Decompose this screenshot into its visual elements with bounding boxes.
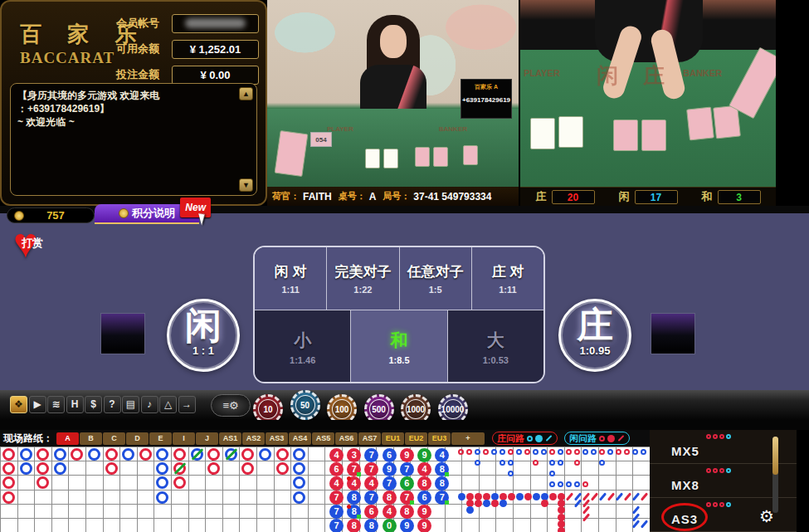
small-road-mark <box>458 493 465 500</box>
closeup-dealer-dress <box>595 0 703 62</box>
stat-value: 17 <box>635 190 678 204</box>
roadmap-tab-AS5[interactable]: AS5 <box>312 432 334 445</box>
roadmap-nav: 现场路纸： ABCDEIJAS1AS2AS3AS4AS5AS6AS7EU1EU2… <box>0 430 650 447</box>
big-eye-mark <box>574 481 580 487</box>
bead-plate-banker-result: 8 <box>417 476 431 491</box>
big-eye-mark <box>591 449 597 455</box>
bead-plate-banker-result: 8 <box>347 519 361 532</box>
player-bet-spot[interactable]: 闲 1 : 1 <box>167 299 240 372</box>
roadmap-tab-AS7[interactable]: AS7 <box>358 432 381 445</box>
player-pair-dot <box>410 500 414 505</box>
scrollbar-thumb[interactable] <box>772 437 778 475</box>
account-field-label: 可用余额 <box>116 41 168 56</box>
roadmap-tab-C[interactable]: C <box>103 432 125 445</box>
big-eye-mark <box>599 449 605 455</box>
account-field-value: ¥ 1,252.01 <box>172 40 259 59</box>
big-eye-mark <box>475 449 480 455</box>
chip-50[interactable]: 50 <box>290 390 320 420</box>
big-eye-mark <box>549 471 555 476</box>
chip-settings-button[interactable]: ≡⚙ <box>211 394 251 417</box>
banker-bet-spot[interactable]: 庄 1:0.95 <box>558 299 631 372</box>
account-field-label: 投注金额 <box>116 67 168 82</box>
big-eye-mark <box>500 460 505 466</box>
points-info-button[interactable]: 积分说明 New <box>95 204 199 224</box>
chat-message-line: ~ 欢迎光临 ~ <box>17 115 235 129</box>
roadmap-tab-AS6[interactable]: AS6 <box>335 432 358 445</box>
bead-plate-tie-result: 0 <box>383 519 397 532</box>
roadmap-tab-A[interactable]: A <box>56 432 79 445</box>
ask-banker-road-button[interactable]: 庄问路 <box>492 432 558 445</box>
room-list-scrollbar[interactable] <box>772 437 778 513</box>
new-badge: New <box>180 198 211 217</box>
big-road-player-circle <box>156 491 168 504</box>
chip-value: 100 <box>332 399 352 419</box>
mid-bet-cell[interactable]: 和1:8.5 <box>351 310 447 383</box>
player-card-display[interactable] <box>100 313 145 354</box>
roadmap-tab-AS1[interactable]: AS1 <box>219 432 241 445</box>
tip-label: 打赏 <box>22 236 43 251</box>
exit-icon[interactable]: → <box>178 396 196 413</box>
roadmap-tab-D[interactable]: D <box>126 432 149 445</box>
big-eye-mark <box>566 481 572 487</box>
chat-scroll-down-icon[interactable]: ▼ <box>239 178 253 192</box>
player-dot-icon <box>726 502 731 507</box>
shoe-number: 054 <box>310 132 332 147</box>
toolbar: ❖▶≋H$?▤♪△→ ≡⚙ 1050100500100010000 <box>0 390 809 420</box>
bead-plate-banker-result: 4 <box>383 505 397 519</box>
big-eye-mark <box>491 449 497 455</box>
video-icon[interactable]: ▶ <box>29 396 46 413</box>
bottom-right-filler <box>797 430 809 532</box>
roadmap-tab-AS4[interactable]: AS4 <box>289 432 311 445</box>
big-road-banker-circle <box>173 448 186 461</box>
chat-scroll-up-icon[interactable]: ▲ <box>239 87 253 100</box>
report-icon[interactable]: ▤ <box>122 396 139 413</box>
side-bet-cell[interactable]: 完美对子1:22 <box>327 247 399 310</box>
side-bet-cell[interactable]: 任意对子1:5 <box>400 247 472 310</box>
roadmap-tab-+[interactable]: + <box>451 432 485 445</box>
mid-bet-cell[interactable]: 大1:0.53 <box>448 310 543 383</box>
side-bet-cell[interactable]: 庄 对1:11 <box>472 247 543 310</box>
roadmap-tab-AS3[interactable]: AS3 <box>266 432 288 445</box>
stat-label: 闲 <box>619 189 630 204</box>
roadmap-tab-EU2[interactable]: EU2 <box>405 432 427 445</box>
bet-panel: 闲 对1:11完美对子1:22任意对子1:5庄 对1:11 小1:1.46和1:… <box>253 246 545 383</box>
bead-plate-player-result: 7 <box>383 476 397 491</box>
tip-button[interactable]: ♥ 打赏 <box>13 227 53 266</box>
roadmap-tab-EU3[interactable]: EU3 <box>428 432 451 445</box>
help-icon[interactable]: ? <box>104 396 121 413</box>
roadmap-tab-B[interactable]: B <box>80 432 102 445</box>
settings-gear-icon[interactable]: ⚙ <box>759 506 774 526</box>
music-icon[interactable]: ♪ <box>141 396 158 413</box>
big-eye-mark <box>558 460 563 466</box>
side-bet-cell[interactable]: 闲 对1:11 <box>255 247 327 310</box>
card-back <box>463 145 478 165</box>
bet-odds: 1:11 <box>281 285 299 295</box>
banker-dot-icon <box>713 502 718 507</box>
roadmap-tab-J[interactable]: J <box>196 432 218 445</box>
bet-odds: 1:11 <box>499 285 516 295</box>
signal-icon[interactable]: ≋ <box>47 396 65 413</box>
roadmap-tab-I[interactable]: I <box>173 432 195 445</box>
hotel-icon[interactable]: H <box>66 396 84 413</box>
roadmap-tab-E[interactable]: E <box>149 432 172 445</box>
roadmap-tab-EU1[interactable]: EU1 <box>382 432 404 445</box>
ask-player-road-button[interactable]: 闲问路 <box>564 432 630 445</box>
cash-icon[interactable]: $ <box>85 396 102 413</box>
big-eye-mark <box>641 449 646 455</box>
mid-bets-row: 小1:1.46和1:8.5大1:0.53 <box>255 310 543 383</box>
card-back <box>433 147 448 167</box>
baccarat-app: 百 家 乐 BACCARAT 会员帐号可用余额¥ 1,252.01投注金额¥ 0… <box>0 0 809 532</box>
bead-plate-player-result: 9 <box>400 519 414 532</box>
player-card-face <box>530 118 555 149</box>
ask-button-label: 闲问路 <box>569 432 597 444</box>
bet-icon[interactable]: ❖ <box>10 396 27 413</box>
big-road-player-circle <box>88 448 100 461</box>
roadmap-tab-AS2[interactable]: AS2 <box>242 432 265 445</box>
bead-plate-player-result: 9 <box>383 462 397 476</box>
player-card-face <box>383 149 398 168</box>
small-road-mark <box>533 493 540 500</box>
ruler-icon[interactable]: △ <box>159 396 177 413</box>
mid-bet-cell[interactable]: 小1:1.46 <box>255 310 351 383</box>
banker-card-display[interactable] <box>651 313 695 354</box>
card-back <box>641 120 666 151</box>
